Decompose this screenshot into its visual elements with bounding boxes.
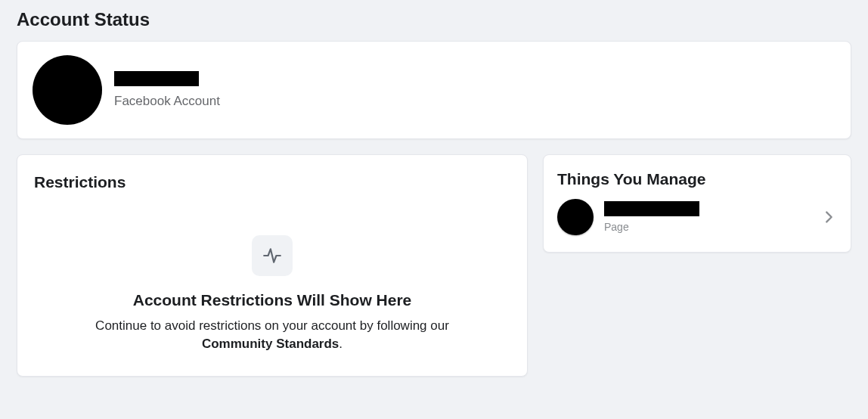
page-title: Account Status [17, 9, 851, 30]
account-subtitle: Facebook Account [114, 94, 220, 109]
account-name-redacted [114, 71, 199, 86]
restrictions-title: Restrictions [34, 173, 510, 191]
manage-item-type: Page [604, 221, 820, 233]
restrictions-text-prefix: Continue to avoid restrictions on your a… [95, 318, 449, 333]
columns: Restrictions Account Restrictions Will S… [17, 154, 851, 377]
restrictions-heading: Account Restrictions Will Show Here [79, 291, 465, 309]
manage-item-info: Page [604, 201, 820, 233]
restrictions-text-bold: Community Standards [202, 337, 339, 351]
activity-icon [252, 235, 293, 276]
manage-title: Things You Manage [557, 170, 837, 188]
account-card: Facebook Account [17, 41, 851, 139]
restrictions-text-suffix: . [339, 337, 343, 351]
account-info: Facebook Account [114, 71, 220, 109]
restrictions-card: Restrictions Account Restrictions Will S… [17, 154, 528, 377]
restrictions-body: Account Restrictions Will Show Here Cont… [34, 202, 510, 353]
manage-item-name-redacted [604, 201, 699, 216]
restrictions-text: Continue to avoid restrictions on your a… [79, 317, 465, 353]
manage-item[interactable]: Page [557, 199, 837, 235]
avatar [557, 199, 594, 235]
avatar [33, 55, 102, 125]
things-you-manage-card: Things You Manage Page [543, 154, 851, 253]
chevron-right-icon [820, 209, 837, 225]
